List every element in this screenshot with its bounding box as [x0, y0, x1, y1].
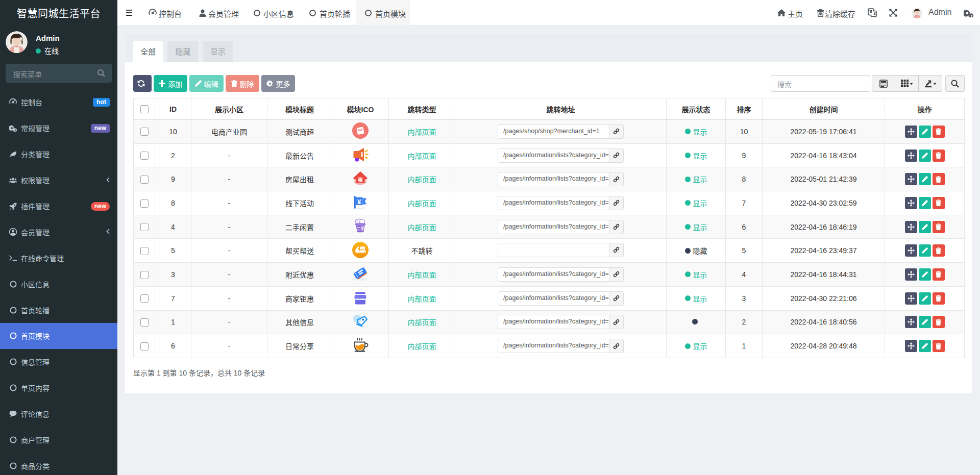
- svg-text:¥: ¥: [357, 198, 361, 206]
- svg-text:二手: 二手: [356, 226, 364, 231]
- svg-text:租: 租: [358, 177, 362, 182]
